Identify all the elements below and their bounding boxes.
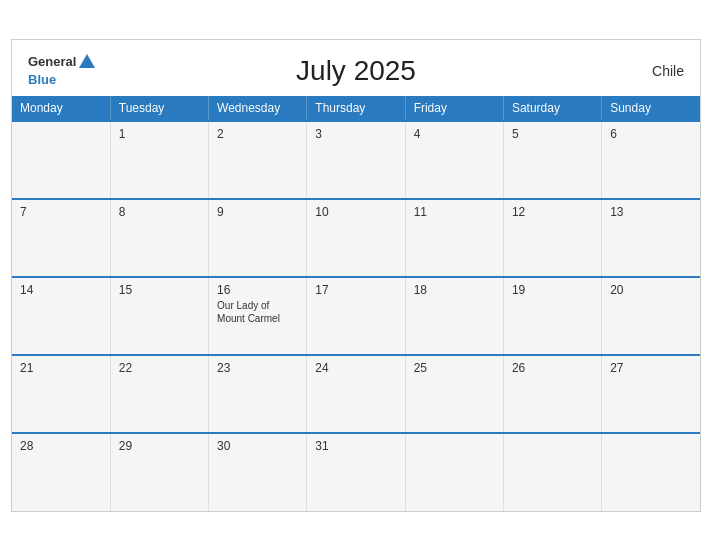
day-number: 1 — [119, 127, 200, 141]
calendar: General Blue July 2025 Chile MondayTuesd… — [11, 39, 701, 512]
day-number: 26 — [512, 361, 593, 375]
week-row-4: 21222324252627 — [12, 355, 700, 433]
week-row-5: 28293031 — [12, 433, 700, 511]
weekday-header-tuesday: Tuesday — [110, 96, 208, 121]
day-number: 24 — [315, 361, 396, 375]
calendar-cell: 11 — [405, 199, 503, 277]
calendar-cell: 22 — [110, 355, 208, 433]
calendar-cell: 15 — [110, 277, 208, 355]
day-number: 8 — [119, 205, 200, 219]
day-number: 9 — [217, 205, 298, 219]
calendar-cell: 5 — [503, 121, 601, 199]
weekday-header-row: MondayTuesdayWednesdayThursdayFridaySatu… — [12, 96, 700, 121]
calendar-header: General Blue July 2025 Chile — [12, 40, 700, 96]
weekday-header-thursday: Thursday — [307, 96, 405, 121]
day-number: 16 — [217, 283, 298, 297]
day-number: 22 — [119, 361, 200, 375]
calendar-cell: 26 — [503, 355, 601, 433]
day-number: 11 — [414, 205, 495, 219]
calendar-cell: 19 — [503, 277, 601, 355]
calendar-cell — [602, 433, 700, 511]
day-number: 2 — [217, 127, 298, 141]
day-number: 20 — [610, 283, 692, 297]
week-row-3: 141516Our Lady of Mount Carmel17181920 — [12, 277, 700, 355]
day-number: 6 — [610, 127, 692, 141]
day-number: 4 — [414, 127, 495, 141]
calendar-table: MondayTuesdayWednesdayThursdayFridaySatu… — [12, 96, 700, 511]
calendar-cell: 30 — [209, 433, 307, 511]
calendar-cell: 29 — [110, 433, 208, 511]
calendar-cell: 2 — [209, 121, 307, 199]
calendar-cell: 28 — [12, 433, 110, 511]
day-number: 25 — [414, 361, 495, 375]
event-label: Our Lady of Mount Carmel — [217, 299, 298, 325]
day-number: 18 — [414, 283, 495, 297]
calendar-cell: 6 — [602, 121, 700, 199]
logo: General Blue — [28, 54, 95, 88]
calendar-cell: 24 — [307, 355, 405, 433]
day-number: 28 — [20, 439, 102, 453]
day-number: 30 — [217, 439, 298, 453]
calendar-cell: 21 — [12, 355, 110, 433]
week-row-1: 123456 — [12, 121, 700, 199]
week-row-2: 78910111213 — [12, 199, 700, 277]
calendar-cell: 18 — [405, 277, 503, 355]
calendar-cell: 17 — [307, 277, 405, 355]
calendar-cell: 13 — [602, 199, 700, 277]
logo-triangle-icon — [79, 54, 95, 68]
day-number: 13 — [610, 205, 692, 219]
calendar-cell: 20 — [602, 277, 700, 355]
country-label: Chile — [652, 63, 684, 79]
calendar-cell: 31 — [307, 433, 405, 511]
calendar-cell: 10 — [307, 199, 405, 277]
weekday-header-sunday: Sunday — [602, 96, 700, 121]
calendar-cell: 3 — [307, 121, 405, 199]
calendar-cell: 25 — [405, 355, 503, 433]
calendar-cell: 14 — [12, 277, 110, 355]
weekday-header-monday: Monday — [12, 96, 110, 121]
day-number: 27 — [610, 361, 692, 375]
calendar-cell: 4 — [405, 121, 503, 199]
calendar-cell — [405, 433, 503, 511]
day-number: 5 — [512, 127, 593, 141]
calendar-cell: 7 — [12, 199, 110, 277]
calendar-cell: 23 — [209, 355, 307, 433]
day-number: 10 — [315, 205, 396, 219]
day-number: 14 — [20, 283, 102, 297]
logo-blue-text: Blue — [28, 72, 56, 87]
calendar-cell — [12, 121, 110, 199]
day-number: 3 — [315, 127, 396, 141]
day-number: 12 — [512, 205, 593, 219]
calendar-cell: 9 — [209, 199, 307, 277]
day-number: 7 — [20, 205, 102, 219]
day-number: 15 — [119, 283, 200, 297]
day-number: 29 — [119, 439, 200, 453]
logo-general-text: General — [28, 55, 76, 68]
day-number: 31 — [315, 439, 396, 453]
calendar-cell: 12 — [503, 199, 601, 277]
calendar-title: July 2025 — [296, 55, 416, 87]
day-number: 23 — [217, 361, 298, 375]
calendar-cell: 1 — [110, 121, 208, 199]
day-number: 17 — [315, 283, 396, 297]
day-number: 19 — [512, 283, 593, 297]
calendar-cell: 8 — [110, 199, 208, 277]
weekday-header-saturday: Saturday — [503, 96, 601, 121]
calendar-cell: 27 — [602, 355, 700, 433]
calendar-cell: 16Our Lady of Mount Carmel — [209, 277, 307, 355]
calendar-cell — [503, 433, 601, 511]
weekday-header-friday: Friday — [405, 96, 503, 121]
day-number: 21 — [20, 361, 102, 375]
weekday-header-wednesday: Wednesday — [209, 96, 307, 121]
